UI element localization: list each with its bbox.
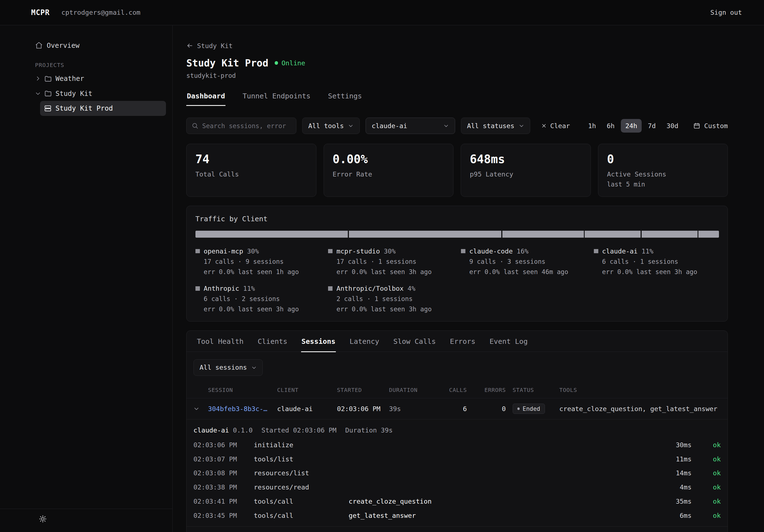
traffic-bar bbox=[195, 231, 719, 238]
title-row: Study Kit Prod Online bbox=[186, 58, 728, 69]
tools-dropdown[interactable]: All tools bbox=[302, 117, 360, 134]
legend-client-pct: 11% bbox=[642, 248, 654, 255]
traffic-bar-segment bbox=[698, 231, 719, 238]
sidebar-item-study-kit[interactable]: Study Kit bbox=[27, 86, 166, 101]
main-content: Study Kit Study Kit Prod Online studykit… bbox=[173, 25, 764, 532]
session-id-link[interactable]: 304bfeb3-8b3c-… bbox=[208, 405, 277, 413]
legend-last-seen: err 0.0% last seen 1h ago bbox=[204, 268, 320, 275]
topbar: MCPR cptrodgers@gmail.com Sign out bbox=[0, 0, 764, 25]
event-time: 02:03:45 PM bbox=[194, 512, 254, 519]
legend-client-name: openai-mcp bbox=[204, 248, 243, 255]
event-latency: 11ms bbox=[648, 455, 692, 463]
col-status: STATUS bbox=[506, 387, 559, 393]
folder-icon bbox=[44, 75, 52, 83]
legend-swatch bbox=[461, 249, 466, 254]
range-button-6h[interactable]: 6h bbox=[603, 119, 619, 132]
sidebar-item-label: Weather bbox=[56, 75, 84, 83]
legend-client-pct: 16% bbox=[516, 248, 528, 255]
legend-last-seen: err 0.0% last seen 3h ago bbox=[602, 268, 719, 275]
search-box[interactable] bbox=[186, 117, 296, 134]
stat-value: 0.00% bbox=[332, 152, 444, 166]
sessions-controls: All sessions bbox=[187, 352, 728, 383]
calendar-icon bbox=[693, 122, 700, 129]
sign-out-button[interactable]: Sign out bbox=[710, 9, 742, 16]
sidebar-item-study-kit-prod[interactable]: Study Kit Prod bbox=[40, 101, 166, 116]
session-started: 02:03:06 PM bbox=[337, 405, 389, 413]
range-button-30d[interactable]: 30d bbox=[662, 119, 683, 132]
tab-tool-health[interactable]: Tool Health bbox=[196, 331, 244, 352]
traffic-title: Traffic by Client bbox=[195, 215, 719, 223]
event-row: 02:03:06 PM initialize 30ms ok bbox=[187, 438, 728, 452]
status-dropdown[interactable]: All statuses bbox=[461, 117, 530, 134]
stat-label: p95 Latency bbox=[470, 170, 582, 178]
back-link[interactable]: Study Kit bbox=[186, 42, 232, 50]
stat-cards: 74 Total Calls 0.00% Error Rate 648ms p9… bbox=[186, 144, 728, 197]
legend-client-pct: 11% bbox=[243, 284, 255, 292]
row-expand-chevron-icon[interactable] bbox=[194, 406, 208, 412]
projects-section-label: PROJECTS bbox=[27, 53, 166, 71]
tab-errors[interactable]: Errors bbox=[450, 331, 476, 352]
tab-slow-calls[interactable]: Slow Calls bbox=[393, 331, 436, 352]
detail-duration: Duration 39s bbox=[345, 427, 393, 434]
legend-calls: 17 calls · 1 sessions bbox=[336, 258, 453, 265]
session-row[interactable]: 304bfeb3-8b3c-… claude-ai 02:03:06 PM 39… bbox=[187, 398, 728, 420]
stat-label: Error Rate bbox=[332, 170, 444, 178]
tab-tunnel-endpoints[interactable]: Tunnel Endpoints bbox=[242, 92, 311, 106]
page-tabs: Dashboard Tunnel Endpoints Settings bbox=[186, 92, 728, 106]
tab-settings[interactable]: Settings bbox=[327, 92, 363, 106]
legend-swatch bbox=[195, 249, 200, 254]
session-status-badge: Ended bbox=[513, 404, 545, 414]
event-time: 02:03:38 PM bbox=[194, 483, 254, 491]
home-icon bbox=[35, 41, 43, 49]
tab-event-log[interactable]: Event Log bbox=[489, 331, 528, 352]
col-client: CLIENT bbox=[277, 387, 337, 393]
col-session: SESSION bbox=[208, 387, 277, 393]
tab-dashboard[interactable]: Dashboard bbox=[186, 92, 226, 106]
range-button-24h[interactable]: 24h bbox=[621, 119, 642, 132]
stat-label: Active Sessions bbox=[607, 170, 719, 178]
legend-item: claude-code16% 9 calls · 3 sessions err … bbox=[461, 248, 586, 275]
back-link-label: Study Kit bbox=[197, 42, 233, 50]
col-errors: ERRORS bbox=[467, 387, 506, 393]
status-dot-icon bbox=[517, 408, 520, 410]
search-input[interactable] bbox=[202, 122, 291, 129]
range-button-1h[interactable]: 1h bbox=[584, 119, 601, 132]
session-event-list: 02:03:06 PM initialize 30ms ok 02:03:07 … bbox=[187, 438, 728, 523]
sessions-filter-dropdown[interactable]: All sessions bbox=[194, 359, 263, 376]
client-select[interactable]: claude-ai bbox=[366, 117, 455, 134]
event-status: ok bbox=[692, 483, 721, 491]
app-body: Overview PROJECTS Weather Study Kit Stud… bbox=[0, 25, 764, 532]
event-time: 02:03:41 PM bbox=[194, 497, 254, 505]
stat-value: 648ms bbox=[470, 152, 582, 166]
event-latency: 4ms bbox=[648, 483, 692, 491]
tools-dropdown-label: All tools bbox=[308, 122, 344, 130]
stat-card-total-calls: 74 Total Calls bbox=[186, 144, 316, 197]
range-button-7d[interactable]: 7d bbox=[644, 119, 660, 132]
event-method: tools/call bbox=[254, 512, 349, 519]
event-time: 02:03:07 PM bbox=[194, 455, 254, 463]
tab-clients[interactable]: Clients bbox=[257, 331, 288, 352]
tab-latency[interactable]: Latency bbox=[349, 331, 379, 352]
stat-card-p95-latency: 648ms p95 Latency bbox=[461, 144, 591, 197]
page-title: Study Kit Prod bbox=[186, 58, 268, 69]
chevron-down-icon bbox=[348, 123, 353, 128]
legend-client-pct: 4% bbox=[408, 284, 415, 292]
sidebar-item-weather[interactable]: Weather bbox=[27, 71, 166, 86]
sessions-panel: Tool Health Clients Sessions Latency Slo… bbox=[186, 330, 728, 532]
tab-sessions[interactable]: Sessions bbox=[301, 331, 336, 352]
chevron-right-icon bbox=[35, 76, 41, 82]
col-calls: CALLS bbox=[435, 387, 467, 393]
event-method: tools/call bbox=[254, 497, 349, 505]
clear-filters-button[interactable]: Clear bbox=[541, 122, 570, 130]
event-method: tools/list bbox=[254, 455, 349, 463]
legend-swatch bbox=[195, 286, 200, 291]
sidebar-item-overview[interactable]: Overview bbox=[27, 38, 166, 53]
stat-value: 74 bbox=[195, 152, 307, 166]
sidebar: Overview PROJECTS Weather Study Kit Stud… bbox=[0, 25, 173, 532]
custom-range-button[interactable]: Custom bbox=[693, 122, 728, 130]
theme-toggle-button[interactable] bbox=[39, 515, 47, 523]
event-method: resources/read bbox=[254, 483, 349, 491]
legend-last-seen: err 0.0% last seen 3h ago bbox=[204, 305, 320, 313]
traffic-bar-segment bbox=[195, 231, 348, 238]
event-time: 02:03:06 PM bbox=[194, 441, 254, 449]
